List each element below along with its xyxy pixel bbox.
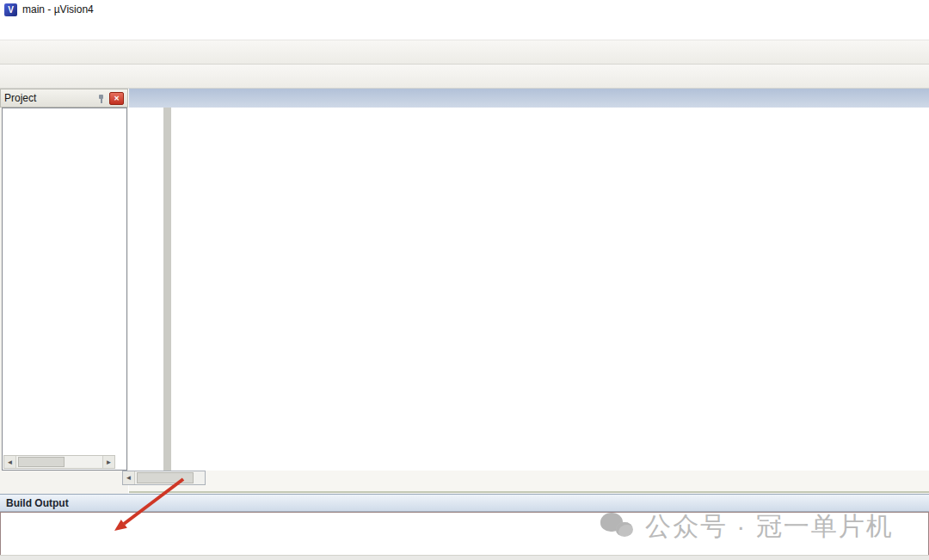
close-project-panel-button[interactable]: ✕ [109, 92, 124, 105]
scroll-right-arrow-icon[interactable]: ► [102, 456, 114, 468]
window-title: main - µVision4 [22, 3, 94, 15]
menu-bar [0, 19, 929, 40]
view-tabs [0, 471, 128, 494]
pin-icon[interactable] [95, 94, 105, 103]
build-output-title: Build Output [6, 497, 69, 509]
line-number-gutter[interactable] [129, 108, 163, 471]
build-toolbar [0, 65, 929, 89]
uvision-logo-icon: V [4, 3, 17, 16]
project-panel: Project ✕ ◄ ► [0, 89, 128, 494]
editor-bottom-border [129, 491, 929, 493]
project-panel-header: Project ✕ [0, 89, 128, 108]
document-tab-bar [129, 89, 929, 108]
scroll-left-arrow-icon[interactable]: ◄ [4, 456, 16, 468]
file-toolbar [0, 40, 929, 65]
editor-horizontal-scrollbar[interactable]: ◄ [122, 471, 206, 485]
build-output-content [0, 512, 929, 560]
title-bar: V main - µVision4 [0, 0, 929, 19]
project-horizontal-scrollbar[interactable]: ◄ ► [3, 455, 115, 469]
scroll-left-arrow-icon[interactable]: ◄ [123, 471, 135, 484]
scrollbar-thumb[interactable] [18, 457, 65, 467]
status-bar [0, 555, 929, 560]
fold-margin [163, 108, 171, 471]
scrollbar-thumb[interactable] [137, 472, 194, 483]
build-output-header[interactable]: Build Output [0, 494, 929, 512]
project-tree-box: ◄ ► [2, 108, 127, 471]
editor-area: ◄ [129, 89, 929, 494]
code-text[interactable] [171, 108, 929, 471]
code-area[interactable] [129, 108, 929, 471]
project-panel-title: Project [4, 92, 36, 104]
project-tree [3, 111, 126, 456]
